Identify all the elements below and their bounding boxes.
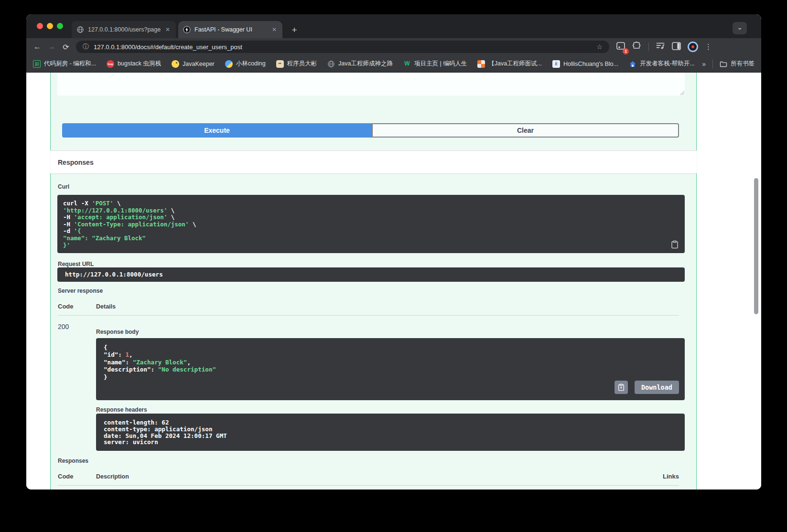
header-line: server: uvicorn: [104, 439, 677, 446]
minimize-window-button[interactable]: [47, 23, 53, 29]
bookmark-item[interactable]: Java工程师成神之路: [327, 60, 393, 68]
response-status-code: 200: [58, 323, 69, 330]
copy-response-icon[interactable]: [615, 381, 628, 394]
toolbar: ← → ⟳ ⓘ 127.0.0.1:8000/docs#/default/cre…: [26, 38, 761, 55]
bookmark-item[interactable]: kHollisChuang's Blo...: [552, 60, 618, 68]
response-row-description: Successful Response: [96, 489, 165, 489]
response-row-code: 200: [58, 489, 69, 489]
bookmark-label: Java工程师成神之路: [338, 60, 393, 68]
bookmark-item[interactable]: W项目主页 | 编码人生: [403, 60, 467, 68]
bookmarks-overflow-icon[interactable]: »: [702, 60, 706, 68]
bookmark-label: HollisChuang's Blo...: [563, 61, 618, 67]
request-body-editor[interactable]: [57, 73, 685, 96]
resize-handle-icon[interactable]: [680, 91, 685, 96]
response-row-links: No links: [622, 489, 679, 489]
clear-button[interactable]: Clear: [372, 123, 679, 138]
code-line: curl -X 'POST' \: [63, 200, 679, 207]
code-line: 'http://127.0.0.1:8000/users' \: [63, 207, 679, 214]
menu-kebab-icon[interactable]: ⋮: [705, 43, 712, 51]
forward-icon[interactable]: →: [44, 43, 59, 51]
scrollbar-thumb[interactable]: [754, 178, 758, 314]
code-line: }': [63, 242, 679, 249]
request-url-label: Request URL: [58, 261, 94, 267]
tab-close-icon[interactable]: ✕: [271, 26, 278, 33]
site-info-icon[interactable]: ⓘ: [83, 43, 89, 51]
bookmark-label: 小林coding: [236, 60, 266, 68]
new-tab-button[interactable]: +: [288, 24, 301, 36]
bookmark-item[interactable]: bugbugstack 虫洞栈: [107, 60, 161, 68]
responses-title: Responses: [58, 159, 94, 166]
toolbar-divider: [648, 43, 649, 51]
close-window-button[interactable]: [37, 23, 43, 29]
tab-title: 127.0.0.1:8000/users?page_i: [88, 26, 161, 33]
code-line: "description": "No description": [104, 366, 677, 373]
request-url-value: http://127.0.0.1:8000/users: [57, 267, 685, 282]
url-text[interactable]: 127.0.0.1:8000/docs#/default/create_user…: [94, 43, 592, 51]
traffic-lights: [37, 23, 63, 29]
profile-avatar[interactable]: [688, 42, 698, 52]
bookmark-item[interactable]: JavaKeeper: [172, 60, 215, 68]
folder-icon: [720, 60, 727, 68]
tab-title: FastAPI - Swagger UI: [194, 26, 267, 33]
tab-close-icon[interactable]: ✕: [164, 26, 171, 33]
extension-button[interactable]: 1: [616, 42, 625, 52]
bookmark-label: 项目主页 | 编码人生: [414, 60, 467, 68]
back-icon[interactable]: ←: [30, 43, 44, 51]
bookmark-star-icon[interactable]: ☆: [596, 43, 603, 51]
code-column-header: Code: [58, 473, 74, 480]
code-line: -H 'accept: application/json' \: [63, 214, 679, 221]
globe-favicon-icon: [76, 26, 84, 33]
response-headers-block: content-length: 62content-type: applicat…: [96, 414, 685, 451]
response-headers-label: Response headers: [96, 406, 147, 413]
response-body-block: { "id": 1, "name": "Zachary Block", "des…: [96, 338, 685, 400]
links-column-header: Links: [622, 473, 679, 480]
lin-favicon-icon: [225, 60, 233, 68]
description-column-header: Description: [96, 473, 129, 480]
bookmark-label: 代码厨房 - 编程和...: [44, 60, 96, 68]
code-line: "name": "Zachary Block": [63, 235, 679, 242]
table-divider: [58, 485, 679, 486]
reload-icon[interactable]: ⟳: [59, 43, 73, 52]
tab-users-page[interactable]: 127.0.0.1:8000/users?page_i ✕: [72, 21, 176, 38]
browser-window: 127.0.0.1:8000/users?page_i ✕ FastAPI - …: [26, 14, 761, 489]
tab-search-chevron-button[interactable]: ⌄: [733, 22, 747, 34]
w-favicon-icon: W: [403, 60, 411, 68]
side-panel-icon[interactable]: [672, 42, 681, 52]
responses-table-label: Responses: [58, 458, 88, 464]
header-line: content-length: 62: [104, 419, 677, 426]
media-controls-icon[interactable]: [656, 42, 665, 52]
execute-button[interactable]: Execute: [62, 123, 372, 138]
page-viewport: Execute Clear Responses Curl curl -X 'PO…: [26, 73, 761, 489]
bookmark-item[interactable]: 厨代码厨房 - 编程和...: [33, 60, 96, 68]
tab-strip: 127.0.0.1:8000/users?page_i ✕ FastAPI - …: [26, 14, 761, 38]
header-line: content-type: application/json: [104, 426, 677, 433]
curl-command-block: curl -X 'POST' \ 'http://127.0.0.1:8000/…: [57, 195, 685, 253]
extension-badge: 1: [623, 48, 629, 54]
bookmark-item[interactable]: 小林coding: [225, 60, 266, 68]
copy-curl-icon[interactable]: [670, 240, 680, 250]
response-body-label: Response body: [96, 329, 139, 335]
bookmark-label: bugstack 虫洞栈: [118, 60, 161, 68]
bookmark-item[interactable]: 【Java工程师面试...: [477, 60, 542, 68]
bookmark-item[interactable]: ••程序员大彬: [276, 60, 317, 68]
house-favicon-icon: [629, 60, 636, 68]
bug-favicon-icon: bug: [107, 60, 114, 68]
tab-swagger-ui[interactable]: FastAPI - Swagger UI ✕: [178, 21, 282, 38]
responses-section-header: Responses: [50, 150, 697, 173]
bookmarks-divider: [712, 60, 713, 68]
extensions-puzzle-icon[interactable]: [632, 41, 642, 53]
maximize-window-button[interactable]: [57, 23, 63, 29]
download-button[interactable]: Download: [635, 381, 679, 394]
bookmark-label: 【Java工程师面试...: [488, 60, 542, 68]
table-divider: [58, 315, 679, 316]
code-line: -H 'Content-Type: application/json' \: [63, 221, 679, 228]
all-bookmarks-button[interactable]: 所有书签: [720, 60, 755, 68]
code-line: {: [104, 344, 677, 351]
bookmark-label: JavaKeeper: [183, 61, 215, 67]
code-line: "name": "Zachary Block",: [104, 359, 677, 366]
toolbar-actions: 1 ⋮: [616, 41, 712, 53]
bookmark-item[interactable]: 开发者客栈-帮助开...: [629, 60, 695, 68]
code-line: -d '{: [63, 228, 679, 235]
address-bar[interactable]: ⓘ 127.0.0.1:8000/docs#/default/create_us…: [76, 41, 609, 53]
kitchen-favicon-icon: 厨: [33, 60, 41, 68]
